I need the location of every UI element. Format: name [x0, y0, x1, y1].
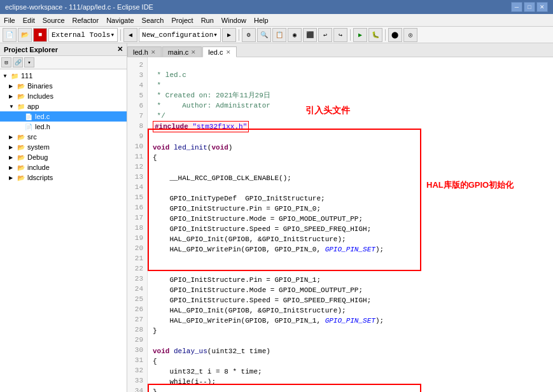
tree-arrow-include: ▶ — [9, 165, 17, 171]
tree-label-debug: Debug — [27, 153, 48, 161]
maximize-button[interactable]: □ — [524, 2, 535, 12]
new-button[interactable]: 📄 — [3, 28, 17, 42]
window-title: eclipse-workspace - 111/app/led.c - Ecli… — [5, 3, 511, 11]
menu-run[interactable]: Run — [197, 15, 218, 25]
toolbar-btn-4[interactable]: 🔍 — [257, 28, 271, 42]
annotation-hal: HAL库版的GPIO初始化 — [426, 179, 514, 191]
tree-arrow-root: ▼ — [3, 73, 10, 79]
tree-arrow-binaries: ▶ — [9, 83, 17, 89]
run-button[interactable]: ▶ — [353, 28, 367, 42]
include-folder-icon: 📂 — [17, 163, 25, 172]
tab-ledh[interactable]: led.h ✕ — [127, 46, 162, 57]
tree-item-include[interactable]: ▶ 📂 include — [0, 162, 127, 172]
tree-arrow-src: ▶ — [9, 134, 17, 140]
external-tools-dropdown[interactable]: External Tools ▾ — [48, 28, 118, 42]
close-button[interactable]: ✕ — [536, 2, 548, 12]
tree-label-binaries: Binaries — [27, 82, 53, 90]
tree-label-ledc: led.c — [35, 113, 50, 120]
menu-source[interactable]: Source — [39, 15, 69, 25]
tree-item-system[interactable]: ▶ 📂 system — [0, 142, 127, 152]
tree-item-debug[interactable]: ▶ 📂 Debug — [0, 152, 127, 162]
tree-item-includes[interactable]: ▶ 📂 Includes — [0, 91, 127, 101]
menu-search[interactable]: Search — [138, 15, 168, 25]
debug-button[interactable]: 🐛 — [368, 28, 382, 42]
sidebar-header: Project Explorer ✕ — [0, 43, 127, 56]
app-folder-icon: 📁 — [17, 102, 25, 111]
toolbar-btn-2[interactable]: ▶ — [222, 28, 236, 42]
title-bar: eclipse-workspace - 111/app/led.c - Ecli… — [0, 0, 553, 14]
tab-mainc[interactable]: main.c ✕ — [162, 46, 202, 57]
menu-bar: File Edit Source Refactor Navigate Searc… — [0, 14, 553, 27]
editor-area: led.h ✕ main.c ✕ led.c ✕ 2 3 4 5 6 7 8 — [127, 43, 553, 392]
code-content[interactable]: * led.c * * Created on: 2021年11月29日 * Au… — [148, 57, 553, 392]
toolbar-separator-1 — [120, 29, 121, 41]
src-folder-icon: 📂 — [17, 132, 25, 141]
tree-item-ledc[interactable]: 📄 led.c — [0, 111, 127, 122]
tree-label-system: system — [27, 143, 50, 151]
annotation-include: 引入头文件 — [305, 105, 350, 116]
tree-item-root[interactable]: ▼ 📁 111 — [0, 71, 127, 81]
tree-arrow-system: ▶ — [9, 144, 17, 150]
menu-navigate[interactable]: Navigate — [102, 15, 137, 25]
open-button[interactable]: 📂 — [18, 28, 32, 42]
toolbar-separator-3 — [350, 29, 351, 41]
code-content-wrapper[interactable]: * led.c * * Created on: 2021年11月29日 * Au… — [148, 57, 553, 392]
toolbar-btn-3[interactable]: ⚙ — [242, 28, 256, 42]
toolbar-btn-7[interactable]: ⬛ — [303, 28, 317, 42]
menu-project[interactable]: Project — [167, 15, 197, 25]
toolbar-separator-4 — [385, 29, 386, 41]
toolbar-btn-6[interactable]: ◉ — [288, 28, 302, 42]
ledc-file-icon: 📄 — [24, 112, 33, 121]
tree-label-src: src — [27, 133, 37, 141]
ldscripts-folder-icon: 📂 — [17, 173, 25, 182]
window-controls[interactable]: ─ □ ✕ — [511, 2, 548, 12]
sidebar-menu-button[interactable]: ▾ — [24, 57, 34, 67]
menu-help[interactable]: Help — [250, 15, 272, 25]
tab-ledh-close[interactable]: ✕ — [151, 49, 156, 55]
toolbar-btn-10[interactable]: ⬤ — [388, 28, 402, 42]
editor-tabs: led.h ✕ main.c ✕ led.c ✕ — [127, 43, 553, 57]
main-layout: Project Explorer ✕ ⊟ 🔗 ▾ ▼ 📁 111 ▶ 📂 Bin… — [0, 43, 553, 392]
tree-item-binaries[interactable]: ▶ 📂 Binaries — [0, 81, 127, 91]
sidebar-toolbar: ⊟ 🔗 ▾ — [0, 56, 127, 69]
includes-icon: 📂 — [17, 92, 25, 101]
tree-arrow-debug: ▶ — [9, 155, 17, 160]
toolbar-btn-5[interactable]: 📋 — [272, 28, 286, 42]
toolbar-btn-11[interactable]: ◎ — [403, 28, 417, 42]
folder-icon: 📁 — [10, 71, 19, 80]
tree-item-ldscripts[interactable]: ▶ 📂 ldscripts — [0, 172, 127, 183]
tree-item-src[interactable]: ▶ 📂 src — [0, 132, 127, 142]
toolbar-btn-8[interactable]: ↩ — [318, 28, 332, 42]
collapse-all-button[interactable]: ⊟ — [1, 57, 11, 67]
configuration-dropdown[interactable]: New_configuration ▾ — [139, 28, 221, 42]
system-folder-icon: 📂 — [17, 143, 25, 151]
debug-folder-icon: 📂 — [17, 153, 25, 162]
tree-label-ledh: led.h — [35, 123, 50, 130]
tree-arrow-includes: ▶ — [9, 94, 17, 99]
tree-label-ldscripts: ldscripts — [27, 174, 53, 181]
save-button[interactable]: ■ — [33, 28, 47, 42]
link-editor-button[interactable]: 🔗 — [13, 57, 23, 67]
tree-arrow-ldscripts: ▶ — [9, 175, 17, 181]
project-explorer: Project Explorer ✕ ⊟ 🔗 ▾ ▼ 📁 111 ▶ 📂 Bin… — [0, 43, 127, 392]
tree-label-app: app — [27, 102, 39, 110]
tab-mainc-label: main.c — [168, 48, 188, 56]
tree-item-ledh[interactable]: 📄 led.h — [0, 122, 127, 132]
tab-ledc[interactable]: led.c ✕ — [202, 46, 236, 57]
sidebar-close[interactable]: ✕ — [117, 45, 123, 53]
menu-edit[interactable]: Edit — [19, 15, 39, 25]
line-numbers: 2 3 4 5 6 7 8 9 10 11 12 13 14 15 16 17 … — [127, 57, 148, 392]
menu-window[interactable]: Window — [218, 15, 250, 25]
tab-mainc-close[interactable]: ✕ — [191, 49, 196, 55]
tab-ledh-label: led.h — [133, 48, 148, 56]
tree-label-root: 111 — [21, 72, 32, 80]
toolbar: 📄 📂 ■ External Tools ▾ ◀ New_configurati… — [0, 27, 553, 43]
menu-refactor[interactable]: Refactor — [69, 15, 103, 25]
tree-item-app[interactable]: ▼ 📁 app — [0, 101, 127, 111]
toolbar-btn-1[interactable]: ◀ — [123, 28, 137, 42]
tab-ledc-close[interactable]: ✕ — [226, 49, 231, 55]
code-editor[interactable]: 2 3 4 5 6 7 8 9 10 11 12 13 14 15 16 17 … — [127, 57, 553, 392]
minimize-button[interactable]: ─ — [511, 2, 522, 12]
toolbar-btn-9[interactable]: ↪ — [333, 28, 347, 42]
menu-file[interactable]: File — [0, 15, 19, 25]
